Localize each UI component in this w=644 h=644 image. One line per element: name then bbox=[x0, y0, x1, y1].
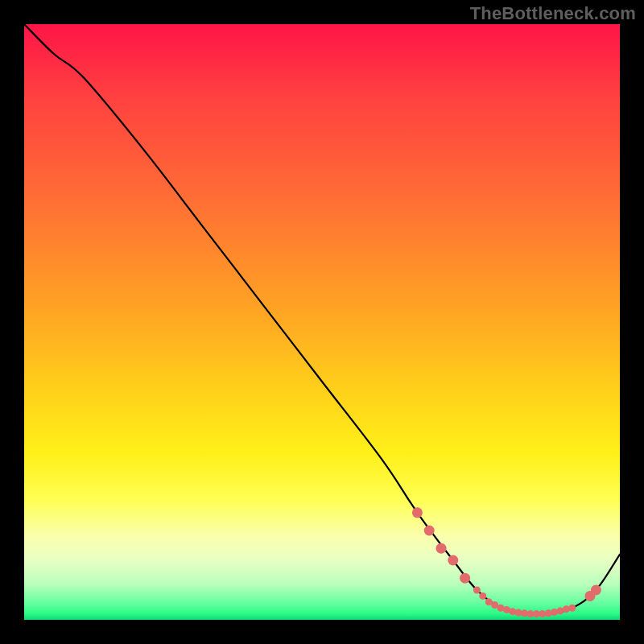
marker-point bbox=[545, 609, 552, 617]
marker-point bbox=[568, 605, 576, 612]
marker-point bbox=[473, 587, 481, 594]
marker-point bbox=[509, 608, 516, 615]
marker-group bbox=[412, 507, 601, 617]
chart-svg bbox=[24, 24, 620, 620]
marker-point bbox=[591, 585, 601, 596]
bottleneck-curve bbox=[24, 24, 620, 615]
marker-point bbox=[436, 543, 447, 554]
marker-point bbox=[479, 592, 486, 600]
watermark-text: TheBottleneck.com bbox=[470, 3, 636, 24]
marker-point bbox=[448, 555, 458, 566]
marker-point bbox=[460, 573, 470, 584]
plot-area bbox=[24, 24, 620, 620]
marker-point bbox=[412, 507, 423, 518]
chart-frame: TheBottleneck.com bbox=[0, 0, 644, 644]
marker-point bbox=[563, 605, 570, 613]
marker-point bbox=[424, 526, 435, 536]
marker-point bbox=[551, 609, 558, 616]
